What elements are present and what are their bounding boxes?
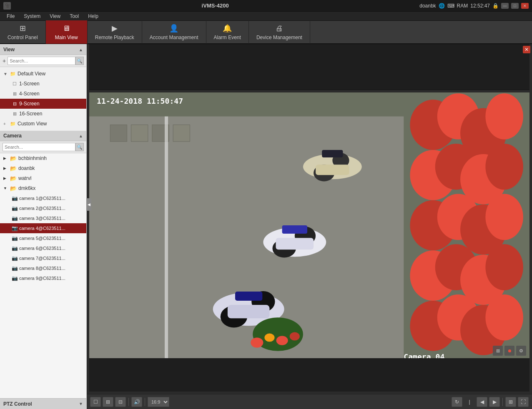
svg-point-10	[485, 93, 523, 140]
tree-item-9screen[interactable]: ⊟ 9-Screen	[0, 99, 86, 109]
camera-group-bchbinhminh[interactable]: ▶ 📂 bchbinhminh	[0, 153, 86, 163]
svg-rect-3	[131, 125, 148, 142]
tab-account-management[interactable]: 👤 Account Management	[142, 20, 206, 44]
video-placeholder-top	[89, 44, 529, 90]
folder-icon: 📂	[10, 185, 17, 192]
next-button[interactable]: ▶	[489, 397, 500, 407]
view-section-title: View	[3, 47, 15, 52]
group-expand-icon: ▶	[3, 176, 8, 180]
single-screen-button[interactable]: ☐	[90, 397, 101, 407]
prev-button[interactable]: ◀	[477, 397, 487, 407]
aspect-ratio-select[interactable]: 16:9 4:3 1:1	[148, 397, 169, 407]
audio-button[interactable]: 🔊	[131, 397, 142, 407]
minimize-button[interactable]: —	[501, 3, 509, 9]
maximize-button[interactable]: □	[511, 3, 519, 9]
svg-text:Camera 04: Camera 04	[404, 352, 444, 358]
folder-icon: 📂	[10, 155, 17, 162]
camera-section-title: Camera	[3, 133, 22, 139]
camera-icon: 📷	[12, 225, 18, 231]
app-icon: 🎥	[3, 2, 11, 10]
camera-search-input[interactable]	[3, 143, 75, 151]
four-screen-button[interactable]: ⊞	[103, 397, 113, 407]
content-area: ✕	[87, 44, 532, 409]
tree-expand-icon[interactable]: ▼	[3, 72, 8, 76]
view-add-icon[interactable]: +	[3, 57, 6, 64]
remote-playback-icon: ▶	[112, 24, 118, 33]
camera-item-8[interactable]: 📷 camera 8@C623511...	[0, 263, 86, 273]
custom-view-expand-icon[interactable]: +	[3, 122, 8, 126]
camera-group-doanbk[interactable]: ▶ 📂 doanbk	[0, 163, 86, 173]
camera-item-6[interactable]: 📷 camera 6@C623511...	[0, 243, 86, 253]
close-video-button[interactable]: ✕	[523, 46, 530, 53]
tab-remote-playback[interactable]: ▶ Remote Playback	[88, 20, 142, 44]
close-button[interactable]: ✕	[521, 3, 529, 9]
view-tree: ▼ 📁 Default View ☐ 1-Screen ⊞ 4-Screen ⊟	[0, 67, 86, 130]
view-search-button[interactable]: 🔍	[75, 57, 84, 65]
group-expand-icon: ▶	[3, 166, 8, 170]
video-area[interactable]: 11-24-2018 11:50:47 Camera 04 ⊞ ⏺ ⚙	[89, 92, 529, 358]
svg-rect-35	[276, 238, 314, 249]
camera-section-collapse-icon[interactable]: ▲	[79, 134, 83, 138]
tree-custom-view-label: Custom View	[18, 121, 47, 127]
camera-item-7[interactable]: 📷 camera 7@C623511...	[0, 253, 86, 263]
menu-tool[interactable]: Tool	[65, 12, 83, 20]
camera-section-header[interactable]: Camera ▲	[0, 130, 86, 141]
menu-system[interactable]: System	[20, 12, 45, 20]
layout-button[interactable]: ⊞	[505, 397, 516, 407]
camera-icon: 📷	[12, 195, 18, 201]
ptz-collapse-icon[interactable]: ▼	[79, 402, 83, 406]
titlebar: 🎥 iVMS-4200 doanbk 🌐 ⌨ RAM 12:52:47 🔒 — …	[0, 0, 532, 12]
camera-item-1[interactable]: 📷 camera 1@C623511...	[0, 193, 86, 203]
group-label: doanbk	[18, 165, 35, 171]
tree-item-1screen[interactable]: ☐ 1-Screen	[0, 79, 86, 89]
video-layout-button[interactable]: ⊞	[493, 346, 503, 356]
menu-view[interactable]: View	[45, 12, 65, 20]
camera-group-watrvl[interactable]: ▶ 📂 watrvl	[0, 173, 86, 183]
view-search-input[interactable]	[8, 57, 75, 65]
tree-16screen-label: 16-Screen	[19, 111, 42, 117]
bottom-controls-left: ☐ ⊞ ⊟ 🔊 16:9 4:3 1:1	[90, 397, 169, 407]
custom-view-folder-icon: 📁	[10, 121, 16, 127]
separator	[145, 398, 145, 406]
camera-item-4[interactable]: 📷 camera 4@C623511...	[0, 223, 86, 233]
tree-item-4screen[interactable]: ⊞ 4-Screen	[0, 89, 86, 99]
view-section: View ▲ + 🔍 ▼ 📁 Default View ☐ 1-Screen	[0, 44, 86, 130]
group-label: dmk6kx	[18, 185, 35, 191]
camera-label: camera 5@C623511...	[19, 236, 65, 241]
camera-item-2[interactable]: 📷 camera 2@C623511...	[0, 203, 86, 213]
camera-icon: 📷	[12, 215, 18, 221]
svg-rect-41	[235, 292, 262, 301]
fullscreen-button[interactable]: ⛶	[518, 397, 529, 407]
screen9-icon: ⊟	[12, 101, 18, 107]
menu-help[interactable]: Help	[84, 12, 103, 20]
video-record-button[interactable]: ⏺	[504, 346, 514, 356]
refresh-button[interactable]: ↻	[452, 397, 462, 407]
camera-section: Camera ▲ 🔍 ▶ 📂 bchbinhminh ▶ 📂 doanbk	[0, 130, 86, 398]
camera-item-5[interactable]: 📷 camera 5@C623511...	[0, 233, 86, 243]
tree-item-default-view[interactable]: ▼ 📁 Default View	[0, 69, 86, 79]
tab-device-management[interactable]: 🖨 Device Management	[249, 20, 310, 44]
view-section-collapse-icon[interactable]: ▲	[79, 47, 83, 52]
tree-item-custom-view[interactable]: + 📁 Custom View	[0, 119, 86, 129]
camera-item-9[interactable]: 📷 camera 9@C623511...	[0, 273, 86, 283]
menu-file[interactable]: File	[3, 12, 19, 20]
nine-screen-button[interactable]: ⊟	[115, 397, 126, 407]
view-section-header[interactable]: View ▲	[0, 44, 86, 55]
svg-point-46	[290, 332, 300, 340]
camera-search-button[interactable]: 🔍	[75, 143, 84, 151]
tree-item-16screen[interactable]: ⊞ 16-Screen	[0, 109, 86, 119]
video-settings-button[interactable]: ⚙	[516, 346, 526, 356]
tab-alarm-event[interactable]: 🔔 Alarm Event	[206, 20, 249, 44]
camera-group-dmk6kx[interactable]: ▼ 📂 dmk6kx	[0, 183, 86, 193]
separator	[128, 398, 129, 406]
camera-item-3[interactable]: 📷 camera 3@C623511...	[0, 213, 86, 223]
ptz-control-bar[interactable]: PTZ Control ▼	[0, 398, 86, 409]
tab-main-view[interactable]: 🖥 Main View	[46, 20, 88, 44]
panel-collapse-button[interactable]: ◀	[86, 198, 91, 211]
view-search-bar: + 🔍	[0, 55, 86, 67]
tree-4screen-label: 4-Screen	[19, 91, 40, 97]
keyboard-icon: ⌨	[447, 3, 454, 9]
tab-alarm-event-label: Alarm Event	[214, 35, 241, 40]
svg-rect-30	[316, 165, 349, 175]
tab-control-panel[interactable]: ⊞ Control Panel	[0, 20, 46, 44]
